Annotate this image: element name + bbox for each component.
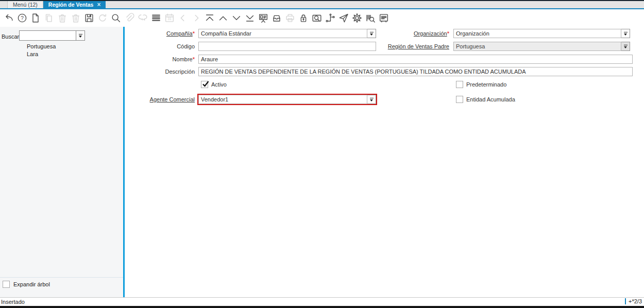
agente-comercial-label[interactable]: Agente Comercial [125, 95, 195, 104]
new-record-icon[interactable] [29, 11, 42, 25]
region-padre-value: Portuguesa [453, 42, 621, 51]
first-record-icon[interactable] [203, 11, 216, 25]
search-label: Buscar: [2, 33, 21, 40]
activo-label: Activo [211, 81, 227, 88]
region-padre-combobox: Portuguesa [453, 42, 630, 51]
print-icon [283, 11, 297, 25]
tab-menu-label: Menú (12) [13, 2, 38, 8]
copy-record-icon [42, 11, 56, 25]
status-separator [625, 298, 626, 304]
organizacion-value[interactable]: Organización [453, 29, 621, 38]
nombre-input[interactable]: Araure [198, 55, 633, 64]
entidad-acumulada-checkbox[interactable] [456, 96, 463, 103]
delete-selection-icon [69, 11, 82, 25]
compania-combobox[interactable]: Compañía Estándar [198, 29, 376, 38]
predeterminado-checkbox[interactable] [456, 81, 463, 88]
window-bottom-strip [0, 306, 644, 308]
calendar-icon: 31 [163, 11, 176, 25]
chat-icon [136, 11, 149, 25]
organizacion-dropdown-button[interactable] [621, 29, 630, 38]
lock-icon[interactable] [297, 11, 310, 25]
agente-comercial-combobox[interactable]: Vendedor1 [198, 95, 376, 104]
toolbar: ?31 [0, 9, 644, 27]
search-input[interactable] [20, 31, 76, 40]
next-record-icon[interactable] [230, 11, 243, 25]
region-padre-label[interactable]: Región de Ventas Padre [351, 42, 449, 51]
workflow-icon[interactable] [324, 11, 337, 25]
codigo-label: Código [125, 42, 195, 51]
search-combobox[interactable] [19, 30, 85, 41]
zoom-across-icon[interactable] [310, 11, 324, 25]
send-icon[interactable] [337, 11, 350, 25]
agente-comercial-dropdown-button[interactable] [367, 95, 376, 104]
nav-left-icon [176, 11, 190, 25]
settings-icon[interactable] [350, 11, 364, 25]
find-icon[interactable] [109, 11, 123, 25]
svg-text:31: 31 [167, 17, 172, 21]
grid-toggle-icon[interactable] [149, 11, 163, 25]
close-tab-icon[interactable]: × [97, 2, 100, 7]
organizacion-combobox[interactable]: Organización [453, 29, 630, 38]
last-record-icon[interactable] [243, 11, 257, 25]
product-info-icon[interactable] [364, 11, 377, 25]
expand-tree-row: Expandir árbol [3, 281, 50, 288]
report-icon[interactable] [257, 11, 270, 25]
descripcion-label: Descripción [125, 67, 195, 76]
help-icon[interactable]: ? [15, 11, 29, 25]
previous-record-icon[interactable] [216, 11, 230, 25]
record-form: Compañía* Compañía Estándar Organización… [125, 27, 644, 297]
codigo-input[interactable] [198, 42, 376, 51]
sales-region-window: Menú (12) Región de Ventas × ?31 Buscar:… [0, 0, 644, 308]
tree-item[interactable]: Lara [27, 50, 56, 58]
refresh-icon [96, 11, 109, 25]
nav-right-icon [190, 11, 203, 25]
expand-tree-checkbox[interactable] [3, 281, 10, 288]
tab-menu[interactable]: Menú (12) [7, 1, 43, 8]
tree: PortuguesaLara [27, 43, 56, 58]
archive-icon[interactable] [270, 11, 283, 25]
tab-bar: Menú (12) Región de Ventas × [0, 1, 644, 9]
attachment-icon [123, 11, 136, 25]
nombre-label: Nombre* [125, 55, 195, 64]
region-padre-dropdown-button [621, 42, 630, 51]
dropdown-arrow-icon [79, 34, 82, 35]
organizacion-label[interactable]: Organización* [351, 29, 449, 38]
delete-record-icon [56, 11, 69, 25]
status-bar: Insertado +*2/3 [0, 297, 644, 306]
compania-value[interactable]: Compañía Estándar [198, 29, 367, 38]
svg-text:?: ? [21, 15, 24, 21]
tab-region-label: Región de Ventas [48, 2, 94, 8]
agente-comercial-value[interactable]: Vendedor1 [198, 95, 367, 104]
status-text: Insertado [1, 299, 25, 305]
predeterminado-label: Predeterminado [466, 81, 506, 88]
expand-tree-label: Expandir árbol [13, 281, 50, 287]
quick-form-icon[interactable] [377, 11, 391, 25]
save-icon[interactable] [82, 11, 96, 25]
undo-icon[interactable] [2, 11, 15, 25]
descripcion-input[interactable]: REGIÓN DE VENTAS DEPENDIENTE DE LA REGIÓ… [198, 67, 633, 76]
tree-item[interactable]: Portuguesa [27, 43, 56, 50]
entidad-acumulada-label: Entidad Acumulada [466, 96, 515, 103]
tree-panel: Buscar: PortuguesaLara Expandir árbol [0, 27, 123, 297]
search-dropdown-button[interactable] [76, 31, 84, 40]
activo-checkbox[interactable] [201, 81, 208, 88]
tree-footer-divider [0, 277, 123, 278]
compania-label[interactable]: Compañía* [125, 29, 195, 38]
tab-region-de-ventas[interactable]: Región de Ventas × [43, 1, 106, 8]
record-indicator: +*2/3 [629, 298, 642, 304]
